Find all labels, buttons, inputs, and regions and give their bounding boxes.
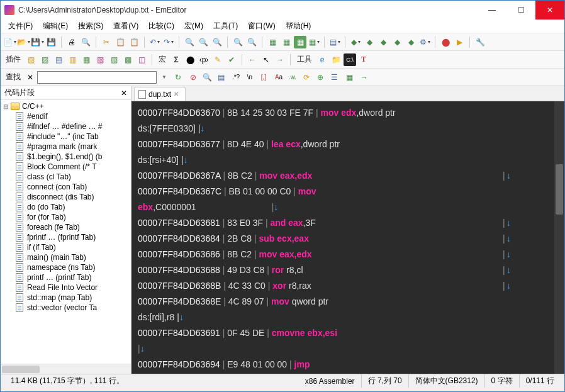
snippet-item[interactable]: class (cl Tab) — [1, 172, 131, 182]
cmd-icon[interactable]: C:\ — [344, 53, 356, 66]
snippet-item[interactable]: for (for Tab) — [1, 212, 131, 222]
plugin-1[interactable]: ▧ — [25, 53, 37, 66]
snippet-item[interactable]: connect (con Tab) — [1, 182, 131, 192]
snippet-item[interactable]: std::map (map Tab) — [1, 293, 131, 303]
normal-mode-button[interactable]: ▦ — [308, 36, 320, 48]
new-button[interactable]: 📄 — [3, 36, 16, 48]
target-button[interactable]: ⊕ — [314, 71, 327, 84]
bookmark-prev-button[interactable]: ◆ — [363, 36, 376, 48]
snippet-item[interactable]: Block Comment (/* T — [1, 162, 131, 172]
stop-macro-button[interactable]: ▶ — [453, 36, 466, 48]
plugin-5[interactable]: ▦ — [80, 53, 92, 66]
menu-window[interactable]: 窗口(W) — [243, 20, 280, 33]
paste-button[interactable]: 📋 — [128, 36, 140, 48]
macro-rec[interactable]: ⬤ — [184, 53, 196, 66]
find-close-button[interactable]: ✕ — [25, 73, 36, 82]
maximize-button[interactable]: ☐ — [506, 1, 535, 20]
find-dropdown-button[interactable]: ▼ — [158, 71, 171, 84]
replace-in-files-button[interactable]: 🔍 — [245, 36, 258, 48]
go-button[interactable]: → — [358, 71, 371, 84]
go-back-button[interactable]: ← — [246, 53, 259, 66]
font-icon[interactable]: T — [357, 53, 370, 66]
snippet-item[interactable]: main() (main Tab) — [1, 252, 131, 262]
vertical-scrollbar[interactable] — [554, 101, 564, 374]
record-macro-button[interactable]: ⬤ — [439, 36, 452, 48]
bookmark-clear-button[interactable]: ◆ — [391, 36, 403, 48]
menu-view[interactable]: 查看(V) — [108, 20, 143, 33]
editor-content[interactable]: 00007FF84DD63670 | 8B 14 25 30 03 FE 7F … — [131, 101, 564, 374]
filter-button[interactable]: ▤ — [328, 36, 341, 48]
copy-button[interactable]: 📋 — [114, 36, 126, 48]
snippet-item[interactable]: disconnect (dis Tab) — [1, 192, 131, 202]
menu-compare[interactable]: 比较(C) — [143, 20, 179, 33]
macro-run[interactable]: ✔ — [225, 53, 238, 66]
plugin-9[interactable]: ◫ — [135, 53, 148, 66]
snippet-item[interactable]: #ifndef … #define … # — [1, 121, 131, 132]
explorer-icon[interactable]: 📁 — [330, 53, 342, 66]
save-button[interactable]: 💾 — [31, 36, 43, 48]
menu-search[interactable]: 搜索(S) — [73, 20, 108, 33]
find-prev-button[interactable]: 🔍 — [197, 36, 210, 48]
incremental-button[interactable]: ⟳ — [300, 71, 313, 84]
ie-icon[interactable]: e — [316, 53, 328, 66]
snippet-item[interactable]: if (if Tab) — [1, 242, 131, 252]
snippets-close-button[interactable]: ✕ — [121, 89, 127, 98]
snippet-item[interactable]: do (do Tab) — [1, 202, 131, 212]
snippet-item[interactable]: $1.begin(), $1.end() (b — [1, 152, 131, 162]
tab-close-icon[interactable]: ✕ — [174, 91, 179, 98]
find-in-files-button[interactable]: 🔍 — [232, 36, 244, 48]
find-abort-button[interactable]: ⊘ — [187, 71, 199, 84]
plugin-4[interactable]: ▥ — [66, 53, 79, 66]
minimize-button[interactable]: — — [478, 1, 506, 20]
replace-button[interactable]: 🔍 — [211, 36, 223, 48]
escape-button[interactable]: \n — [243, 71, 256, 84]
cut-button[interactable]: ✂ — [100, 36, 113, 48]
find-refresh-button[interactable]: ↻ — [172, 71, 184, 84]
sidebar-hscroll[interactable] — [1, 364, 131, 374]
bookmark-matches-button[interactable]: ☰ — [328, 71, 340, 84]
snippet-item[interactable]: Read File Into Vector — [1, 283, 131, 293]
undo-button[interactable]: ↶ — [148, 36, 161, 48]
menu-tools[interactable]: 工具(T) — [208, 20, 243, 33]
regex-button[interactable]: .*? — [230, 71, 242, 84]
dsv-button[interactable]: ▦ — [294, 36, 306, 48]
bookmark-list-button[interactable]: ◆ — [405, 36, 417, 48]
snippet-item[interactable]: std::vector (vector Ta — [1, 303, 131, 313]
snippet-item[interactable]: fprintf … (fprintf Tab) — [1, 232, 131, 242]
tree-root[interactable]: C/C++ — [1, 101, 131, 111]
go-forward-button[interactable]: → — [274, 53, 286, 66]
extract-button[interactable]: ▦ — [343, 71, 355, 84]
save-all-button[interactable]: 💾 — [45, 36, 57, 48]
find-up-button[interactable]: 🔍 — [201, 71, 213, 84]
find-button[interactable]: 🔍 — [183, 36, 196, 48]
close-button[interactable]: ✕ — [535, 1, 564, 20]
plugin-3[interactable]: ▤ — [52, 53, 65, 66]
config-button[interactable]: ⚙ — [418, 36, 431, 48]
menu-edit[interactable]: 编辑(E) — [38, 20, 73, 33]
number-range-button[interactable]: [,] — [257, 71, 270, 84]
word-button[interactable]: .w. — [286, 71, 299, 84]
plugin-6[interactable]: ▧ — [94, 53, 106, 66]
bookmark-button[interactable]: ◆ — [349, 36, 362, 48]
open-button[interactable]: 📂 — [17, 36, 30, 48]
snippet-item[interactable]: #pragma mark (mark — [1, 142, 131, 152]
menu-file[interactable]: 文件(F) — [3, 20, 38, 33]
plugin-7[interactable]: ▨ — [108, 53, 120, 66]
snippet-item[interactable]: #endif — [1, 111, 131, 121]
cursor-icon[interactable]: ↖ — [260, 53, 272, 66]
bookmark-next-button[interactable]: ◆ — [377, 36, 389, 48]
redo-button[interactable]: ↷ — [162, 36, 175, 48]
snippet-item[interactable]: namespace (ns Tab) — [1, 262, 131, 272]
snippet-item[interactable]: foreach (fe Tab) — [1, 222, 131, 232]
print-button[interactable]: 🖨 — [65, 36, 78, 48]
tab-dup[interactable]: dup.txt ✕ — [134, 87, 186, 101]
tsv-button[interactable]: ▦ — [280, 36, 293, 48]
csv-button[interactable]: ▦ — [266, 36, 279, 48]
properties-button[interactable]: 🔧 — [474, 36, 486, 48]
snippet-item[interactable]: #include "…" (inc Tab — [1, 132, 131, 142]
menu-macro[interactable]: 宏(M) — [179, 20, 208, 33]
plugin-2[interactable]: ▨ — [38, 53, 51, 66]
macro-p[interactable]: ‹p› — [198, 53, 210, 66]
find-list-button[interactable]: ▤ — [215, 71, 227, 84]
plugin-8[interactable]: ▩ — [121, 53, 134, 66]
